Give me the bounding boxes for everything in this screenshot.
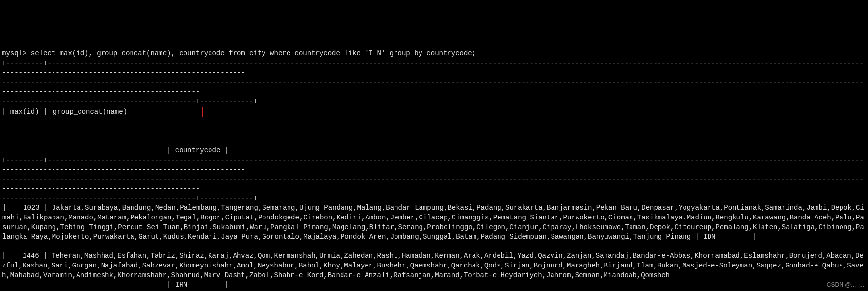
row-1-id: 1023 (23, 204, 40, 212)
row-2: | 1446 | Teheran,Mashhad,Esfahan,Tabriz,… (2, 252, 864, 289)
col-countrycode: | countrycode | (2, 146, 229, 154)
row-1-cc: IDN (703, 233, 715, 241)
row-2-id: 1446 (23, 252, 39, 260)
watermark: CSDN @..._... (827, 281, 864, 289)
mysql-prompt: mysql> (2, 49, 31, 57)
terminal-output: mysql> select max(id), group_concat(name… (0, 38, 868, 291)
row-2-names: Teheran,Mashhad,Esfahan,Tabriz,Shiraz,Ka… (2, 252, 864, 279)
sep-mid: +---------+-----------------------------… (2, 156, 864, 202)
col-maxid: max(id) (10, 108, 39, 116)
col-group-concat-highlight: group_concat(name) (52, 107, 203, 118)
prompt-line[interactable]: mysql> select max(id), group_concat(name… (2, 49, 476, 57)
row-1-names: Jakarta,Surabaya,Bandung,Medan,Palembang… (2, 204, 864, 241)
sql-query: select max(id), group_concat(name), coun… (31, 49, 476, 57)
header-line: | max(id) | group_concat(name) | country… (2, 108, 229, 154)
sep-top: +---------+-----------------------------… (2, 59, 864, 105)
row-1-highlight: | 1023 | Jakarta,Surabaya,Bandung,Medan,… (2, 203, 866, 242)
row-2-cc: IRN (175, 281, 187, 289)
